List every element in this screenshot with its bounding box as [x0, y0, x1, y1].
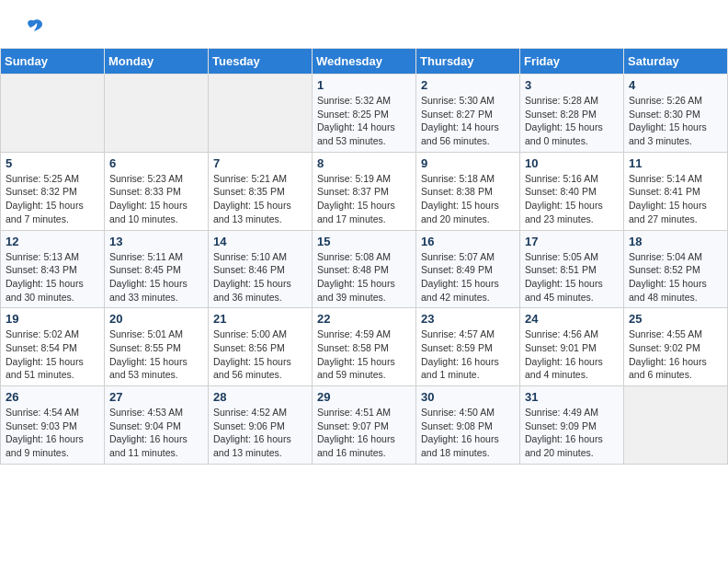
day-number: 29 — [317, 390, 411, 404]
calendar-cell: 9Sunrise: 5:18 AM Sunset: 8:38 PM Daylig… — [416, 152, 520, 230]
day-info: Sunrise: 5:16 AM Sunset: 8:40 PM Dayligh… — [525, 172, 619, 226]
day-info: Sunrise: 5:13 AM Sunset: 8:43 PM Dayligh… — [6, 250, 99, 304]
day-info: Sunrise: 4:51 AM Sunset: 9:07 PM Dayligh… — [317, 406, 411, 460]
calendar-cell — [209, 75, 313, 153]
weekday-header-saturday: Saturday — [624, 49, 728, 75]
day-number: 3 — [525, 78, 619, 92]
day-info: Sunrise: 5:30 AM Sunset: 8:27 PM Dayligh… — [421, 94, 515, 148]
day-number: 1 — [317, 78, 411, 92]
day-number: 5 — [6, 156, 99, 170]
day-number: 2 — [421, 78, 515, 92]
day-info: Sunrise: 5:00 AM Sunset: 8:56 PM Dayligh… — [213, 327, 307, 382]
calendar-cell: 14Sunrise: 5:10 AM Sunset: 8:46 PM Dayli… — [209, 230, 313, 308]
day-number: 13 — [109, 235, 203, 248]
calendar-week-row: 26Sunrise: 4:54 AM Sunset: 9:03 PM Dayli… — [1, 386, 728, 465]
day-info: Sunrise: 5:08 AM Sunset: 8:48 PM Dayligh… — [317, 250, 411, 304]
calendar-cell: 25Sunrise: 4:55 AM Sunset: 9:02 PM Dayli… — [624, 308, 728, 386]
calendar-cell: 24Sunrise: 4:56 AM Sunset: 9:01 PM Dayli… — [520, 308, 624, 386]
calendar-cell: 7Sunrise: 5:21 AM Sunset: 8:35 PM Daylig… — [209, 152, 313, 230]
day-number: 25 — [629, 312, 722, 326]
day-number: 24 — [525, 312, 619, 326]
calendar-cell: 20Sunrise: 5:01 AM Sunset: 8:55 PM Dayli… — [105, 308, 209, 386]
day-info: Sunrise: 5:19 AM Sunset: 8:37 PM Dayligh… — [317, 172, 411, 226]
day-info: Sunrise: 4:56 AM Sunset: 9:01 PM Dayligh… — [525, 327, 619, 382]
calendar-cell: 4Sunrise: 5:26 AM Sunset: 8:30 PM Daylig… — [624, 75, 728, 153]
calendar-cell: 13Sunrise: 5:11 AM Sunset: 8:45 PM Dayli… — [105, 230, 209, 308]
day-number: 11 — [629, 156, 722, 170]
calendar-cell: 19Sunrise: 5:02 AM Sunset: 8:54 PM Dayli… — [1, 308, 105, 386]
day-info: Sunrise: 4:53 AM Sunset: 9:04 PM Dayligh… — [109, 406, 203, 460]
calendar-week-row: 12Sunrise: 5:13 AM Sunset: 8:43 PM Dayli… — [1, 230, 728, 308]
day-info: Sunrise: 5:01 AM Sunset: 8:55 PM Dayligh… — [109, 327, 203, 382]
day-number: 20 — [109, 312, 203, 326]
page-header — [0, 0, 728, 44]
day-info: Sunrise: 4:50 AM Sunset: 9:08 PM Dayligh… — [421, 406, 515, 460]
calendar-cell: 6Sunrise: 5:23 AM Sunset: 8:33 PM Daylig… — [105, 152, 209, 230]
day-number: 14 — [213, 235, 307, 248]
calendar-cell: 31Sunrise: 4:49 AM Sunset: 9:09 PM Dayli… — [520, 386, 624, 465]
day-number: 18 — [629, 235, 722, 248]
calendar-cell: 27Sunrise: 4:53 AM Sunset: 9:04 PM Dayli… — [105, 386, 209, 465]
day-number: 7 — [213, 156, 307, 170]
day-number: 19 — [6, 312, 99, 326]
calendar-cell — [1, 75, 105, 153]
calendar-cell: 28Sunrise: 4:52 AM Sunset: 9:06 PM Dayli… — [209, 386, 313, 465]
calendar-cell: 11Sunrise: 5:14 AM Sunset: 8:41 PM Dayli… — [624, 152, 728, 230]
calendar-week-row: 5Sunrise: 5:25 AM Sunset: 8:32 PM Daylig… — [1, 152, 728, 230]
calendar-cell: 2Sunrise: 5:30 AM Sunset: 8:27 PM Daylig… — [416, 75, 520, 153]
day-info: Sunrise: 5:32 AM Sunset: 8:25 PM Dayligh… — [317, 94, 411, 148]
weekday-header-wednesday: Wednesday — [313, 49, 416, 75]
day-number: 8 — [317, 156, 411, 170]
day-number: 6 — [109, 156, 203, 170]
weekday-header-friday: Friday — [520, 49, 624, 75]
calendar-week-row: 19Sunrise: 5:02 AM Sunset: 8:54 PM Dayli… — [1, 308, 728, 386]
day-number: 4 — [629, 78, 722, 92]
day-info: Sunrise: 5:26 AM Sunset: 8:30 PM Dayligh… — [629, 94, 722, 148]
calendar-cell — [105, 75, 209, 153]
calendar-cell — [624, 386, 728, 465]
day-info: Sunrise: 5:05 AM Sunset: 8:51 PM Dayligh… — [525, 250, 619, 304]
day-info: Sunrise: 5:04 AM Sunset: 8:52 PM Dayligh… — [629, 250, 722, 304]
day-number: 9 — [421, 156, 515, 170]
day-number: 27 — [109, 390, 203, 404]
day-number: 26 — [6, 390, 99, 404]
day-number: 17 — [525, 235, 619, 248]
day-number: 12 — [6, 235, 99, 248]
day-number: 15 — [317, 235, 411, 248]
calendar-cell: 15Sunrise: 5:08 AM Sunset: 8:48 PM Dayli… — [313, 230, 416, 308]
calendar-cell: 22Sunrise: 4:59 AM Sunset: 8:58 PM Dayli… — [313, 308, 416, 386]
day-info: Sunrise: 4:55 AM Sunset: 9:02 PM Dayligh… — [629, 327, 722, 382]
day-info: Sunrise: 4:54 AM Sunset: 9:03 PM Dayligh… — [6, 406, 99, 460]
day-info: Sunrise: 5:28 AM Sunset: 8:28 PM Dayligh… — [525, 94, 619, 148]
calendar-cell: 18Sunrise: 5:04 AM Sunset: 8:52 PM Dayli… — [624, 230, 728, 308]
calendar-cell: 16Sunrise: 5:07 AM Sunset: 8:49 PM Dayli… — [416, 230, 520, 308]
day-number: 31 — [525, 390, 619, 404]
day-number: 28 — [213, 390, 307, 404]
logo-bird-icon — [24, 17, 44, 37]
day-info: Sunrise: 4:49 AM Sunset: 9:09 PM Dayligh… — [525, 406, 619, 460]
calendar-cell: 1Sunrise: 5:32 AM Sunset: 8:25 PM Daylig… — [313, 75, 416, 153]
calendar-cell: 29Sunrise: 4:51 AM Sunset: 9:07 PM Dayli… — [313, 386, 416, 465]
weekday-header-row: SundayMondayTuesdayWednesdayThursdayFrid… — [1, 49, 728, 75]
day-number: 23 — [421, 312, 515, 326]
weekday-header-thursday: Thursday — [416, 49, 520, 75]
day-number: 22 — [317, 312, 411, 326]
day-info: Sunrise: 5:18 AM Sunset: 8:38 PM Dayligh… — [421, 172, 515, 226]
day-number: 16 — [421, 235, 515, 248]
day-info: Sunrise: 5:10 AM Sunset: 8:46 PM Dayligh… — [213, 250, 307, 304]
day-number: 30 — [421, 390, 515, 404]
calendar-cell: 12Sunrise: 5:13 AM Sunset: 8:43 PM Dayli… — [1, 230, 105, 308]
day-number: 10 — [525, 156, 619, 170]
calendar-cell: 21Sunrise: 5:00 AM Sunset: 8:56 PM Dayli… — [209, 308, 313, 386]
calendar-cell: 8Sunrise: 5:19 AM Sunset: 8:37 PM Daylig… — [313, 152, 416, 230]
day-number: 21 — [213, 312, 307, 326]
calendar-cell: 17Sunrise: 5:05 AM Sunset: 8:51 PM Dayli… — [520, 230, 624, 308]
calendar-cell: 5Sunrise: 5:25 AM Sunset: 8:32 PM Daylig… — [1, 152, 105, 230]
calendar-cell: 30Sunrise: 4:50 AM Sunset: 9:08 PM Dayli… — [416, 386, 520, 465]
day-info: Sunrise: 4:59 AM Sunset: 8:58 PM Dayligh… — [317, 327, 411, 382]
calendar-cell: 23Sunrise: 4:57 AM Sunset: 8:59 PM Dayli… — [416, 308, 520, 386]
day-info: Sunrise: 5:25 AM Sunset: 8:32 PM Dayligh… — [6, 172, 99, 226]
calendar-cell: 26Sunrise: 4:54 AM Sunset: 9:03 PM Dayli… — [1, 386, 105, 465]
day-info: Sunrise: 4:52 AM Sunset: 9:06 PM Dayligh… — [213, 406, 307, 460]
day-info: Sunrise: 5:14 AM Sunset: 8:41 PM Dayligh… — [629, 172, 722, 226]
